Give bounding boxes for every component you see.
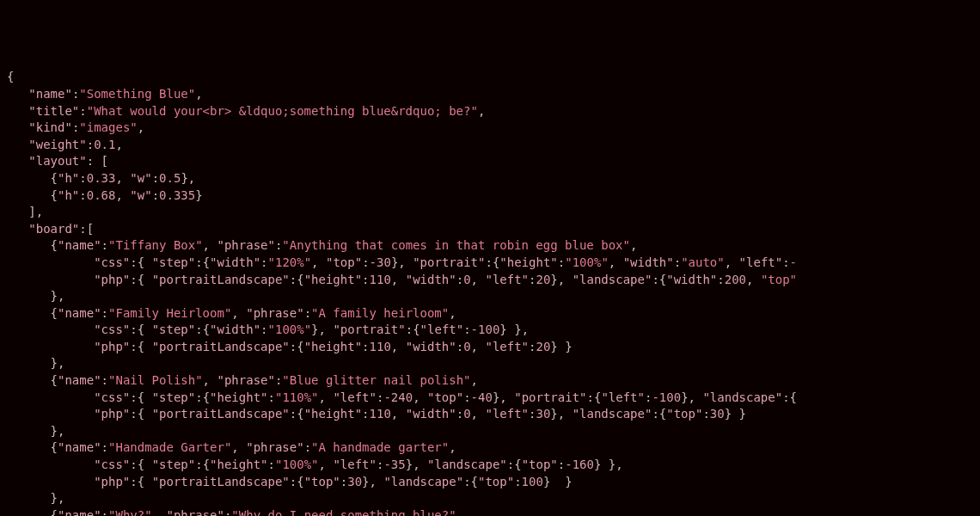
code-line: "name":"Something Blue",: [7, 86, 973, 103]
code-line: "php":{ "portraitLandscape":{"top":30}, …: [7, 474, 973, 491]
code-line: {"name":"Handmade Garter", "phrase":"A h…: [7, 439, 973, 457]
code-line: ],: [7, 204, 973, 221]
code-line: {"h":0.68, "w":0.335}: [7, 187, 973, 205]
code-line: "title":"What would your<br> &ldquo;some…: [7, 103, 973, 120]
code-line: "layout": [: [7, 153, 973, 170]
code-line: "css":{ "step":{"height":"110%", "left":…: [7, 390, 973, 407]
code-line: "weight":0.1,: [7, 137, 973, 154]
code-line: "php":{ "portraitLandscape":{"height":11…: [7, 339, 973, 356]
code-line: "css":{ "step":{"width":"100%"}, "portra…: [7, 322, 973, 339]
code-line: "php":{ "portraitLandscape":{"height":11…: [7, 406, 973, 423]
code-line: },: [7, 490, 973, 507]
code-line: "board":[: [7, 221, 973, 238]
code-line: },: [7, 355, 973, 372]
code-line: "php":{ "portraitLandscape":{"height":11…: [7, 272, 973, 289]
code-line: },: [7, 288, 973, 305]
code-line: {"h":0.33, "w":0.5},: [7, 170, 973, 187]
code-line: },: [7, 423, 973, 440]
code-line: {"name":"Why?", "phrase":"Why do I need …: [7, 507, 973, 516]
code-line: {"name":"Nail Polish", "phrase":"Blue gl…: [7, 372, 973, 390]
code-line: {: [7, 69, 973, 86]
code-line: {"name":"Family Heirloom", "phrase":"A f…: [7, 305, 973, 322]
code-line: "kind":"images",: [7, 120, 973, 137]
code-line: {"name":"Tiffany Box", "phrase":"Anythin…: [7, 237, 973, 255]
code-line: "css":{ "step":{"height":"100%", "left":…: [7, 457, 973, 474]
code-line: "css":{ "step":{"width":"120%", "top":-3…: [7, 255, 973, 272]
json-code-block: { "name":"Something Blue", "title":"What…: [7, 69, 973, 516]
